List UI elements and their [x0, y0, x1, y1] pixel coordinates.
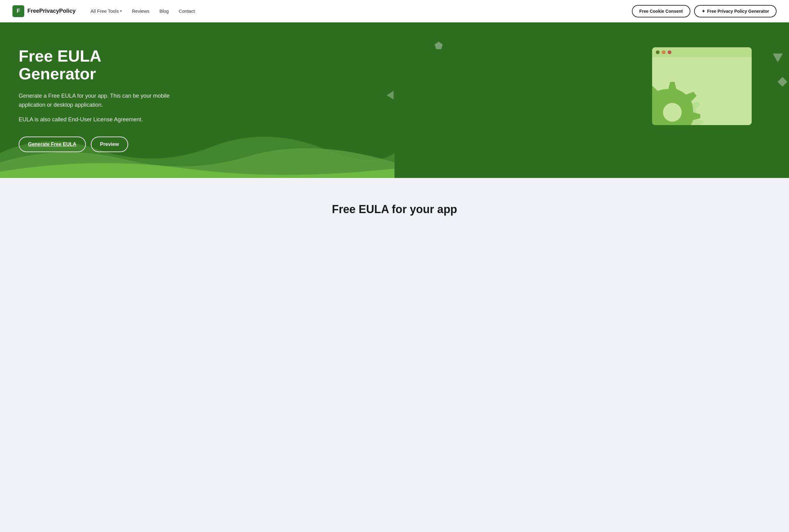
bottom-title: Free EULA for your app: [13, 203, 776, 216]
svg-point-2: [663, 103, 682, 122]
bottom-section: Free EULA for your app: [0, 178, 789, 228]
hero-buttons: Generate Free EULA Preview: [19, 137, 180, 152]
nav-links: All Free Tools ▾ Reviews Blog Contact: [91, 8, 632, 14]
sparkle-icon: ✦: [701, 9, 705, 14]
logo-icon: F: [13, 5, 24, 17]
window-dot-green: [656, 51, 659, 54]
diamond-shape: [777, 77, 787, 87]
window-dot-orange: [662, 51, 666, 54]
nav-blog[interactable]: Blog: [159, 8, 169, 14]
window-dot-red: [668, 51, 671, 54]
triangle-shape: [773, 54, 783, 62]
logo-link[interactable]: F FreePrivacyPolicy: [13, 5, 76, 17]
gear-icon: [652, 80, 705, 125]
logo-text: FreePrivacyPolicy: [27, 8, 76, 14]
hero-section: Free EULA Generator Generate a Free EULA…: [0, 22, 789, 178]
hero-title: Free EULA Generator: [19, 47, 180, 83]
navbar: F FreePrivacyPolicy All Free Tools ▾ Rev…: [0, 0, 789, 22]
hero-content: Free EULA Generator Generate a Free EULA…: [19, 41, 180, 152]
nav-reviews[interactable]: Reviews: [132, 8, 150, 14]
preview-button[interactable]: Preview: [91, 137, 128, 152]
generate-eula-button[interactable]: Generate Free EULA: [19, 137, 86, 152]
svg-marker-0: [435, 42, 443, 49]
hero-description-2: EULA is also called End-User License Agr…: [19, 115, 180, 124]
browser-titlebar: [652, 47, 752, 57]
chevron-down-icon: ▾: [120, 9, 122, 13]
pentagon-shape: [434, 41, 443, 51]
hero-description-1: Generate a Free EULA for your app. This …: [19, 92, 180, 110]
nav-contact[interactable]: Contact: [178, 8, 195, 14]
small-triangle-shape: [387, 91, 393, 99]
privacy-policy-button[interactable]: ✦ Free Privacy Policy Generator: [694, 5, 776, 17]
gear-icon-container: [652, 80, 705, 125]
nav-buttons: Free Cookie Consent ✦ Free Privacy Polic…: [632, 5, 776, 17]
nav-all-free-tools[interactable]: All Free Tools ▾: [91, 8, 122, 14]
browser-mockup: [652, 47, 752, 125]
cookie-consent-button[interactable]: Free Cookie Consent: [632, 5, 690, 17]
